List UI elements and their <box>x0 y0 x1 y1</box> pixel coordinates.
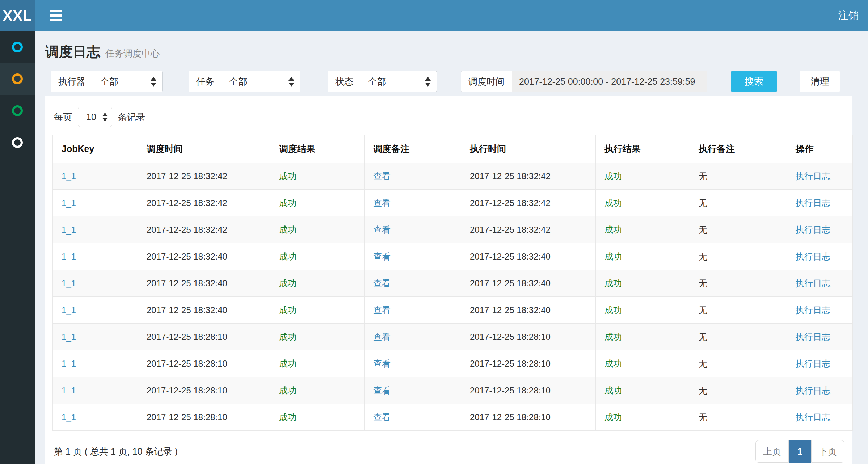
handle-time-cell-container: 2017-12-25 18:32:40 <box>461 243 596 270</box>
handle-msg-cell-container: 无 <box>690 270 787 297</box>
jobkey-link[interactable]: 1_1 <box>62 385 76 395</box>
circle-o-icon <box>12 105 23 116</box>
job-select[interactable]: 全部 <box>222 71 300 92</box>
select-spinner-icon <box>288 77 294 87</box>
jobkey-link[interactable]: 1_1 <box>62 171 76 181</box>
executor-filter-group: 执行器 全部 <box>51 71 163 92</box>
job-label: 任务 <box>189 71 222 92</box>
trigger-msg-view-link[interactable]: 查看 <box>373 412 391 422</box>
handle-time-cell-container: 2017-12-25 18:28:10 <box>461 350 596 377</box>
handle-result-cell: 成功 <box>604 305 622 315</box>
handle-time-cell: 2017-12-25 18:32:42 <box>470 198 551 208</box>
page-header: 调度日志 任务调度中心 <box>35 31 868 61</box>
trigger-msg-view-link-container: 查看 <box>365 297 461 324</box>
sidebar-item-3[interactable] <box>0 95 35 127</box>
jobkey-link[interactable]: 1_1 <box>62 412 76 422</box>
trigger-msg-view-link[interactable]: 查看 <box>373 278 391 288</box>
handle-time-cell: 2017-12-25 18:28:10 <box>470 359 551 368</box>
handle-time-cell-container: 2017-12-25 18:32:40 <box>461 297 596 324</box>
jobkey-link[interactable]: 1_1 <box>62 252 76 261</box>
trigger-msg-view-link[interactable]: 查看 <box>373 332 391 342</box>
app-logo[interactable]: XXL <box>0 0 35 31</box>
trigger-time-cell-container: 2017-12-25 18:28:10 <box>138 377 270 404</box>
trigger-result-cell-container: 成功 <box>270 404 365 431</box>
trigger-result-cell-container: 成功 <box>270 377 365 404</box>
jobkey-link-container: 1_1 <box>53 404 138 431</box>
next-page-button[interactable]: 下页 <box>811 440 844 463</box>
handle-time-cell: 2017-12-25 18:32:40 <box>470 278 551 288</box>
handle-result-cell-container: 成功 <box>596 377 690 404</box>
table-row: 1_12017-12-25 18:28:10成功查看2017-12-25 18:… <box>53 324 853 350</box>
trigger-msg-view-link[interactable]: 查看 <box>373 171 391 181</box>
execute-log-link[interactable]: 执行日志 <box>796 332 830 342</box>
execute-log-link[interactable]: 执行日志 <box>796 252 830 261</box>
jobkey-link[interactable]: 1_1 <box>62 278 76 288</box>
trigger-msg-view-link[interactable]: 查看 <box>373 198 391 208</box>
handle-result-cell: 成功 <box>604 225 622 235</box>
page-size-select[interactable]: 10 <box>78 107 112 127</box>
sidebar <box>0 31 35 464</box>
clear-button[interactable]: 清理 <box>800 71 840 92</box>
jobkey-link-container: 1_1 <box>53 350 138 377</box>
execute-log-link-container: 执行日志 <box>787 216 853 243</box>
execute-log-link[interactable]: 执行日志 <box>796 305 830 315</box>
jobkey-link[interactable]: 1_1 <box>62 332 76 342</box>
execute-log-link-container: 执行日志 <box>787 270 853 297</box>
execute-log-link[interactable]: 执行日志 <box>796 278 830 288</box>
execute-log-link[interactable]: 执行日志 <box>796 198 830 208</box>
trigger-time-cell-container: 2017-12-25 18:32:40 <box>138 297 270 324</box>
sidebar-item-1[interactable] <box>0 31 35 63</box>
trigger-result-cell: 成功 <box>279 252 296 261</box>
column-header: 操作 <box>787 135 853 163</box>
trigger-time-cell: 2017-12-25 18:28:10 <box>147 332 227 342</box>
trigger-result-cell: 成功 <box>279 305 296 315</box>
prev-page-button[interactable]: 上页 <box>755 440 789 463</box>
status-select[interactable]: 全部 <box>361 71 437 92</box>
trigger-result-cell-container: 成功 <box>270 216 365 243</box>
trigger-msg-view-link[interactable]: 查看 <box>373 385 391 395</box>
trigger-msg-view-link[interactable]: 查看 <box>373 359 391 368</box>
trigger-result-cell: 成功 <box>279 385 296 395</box>
page-size-prefix: 每页 <box>54 111 72 123</box>
log-table: JobKey调度时间调度结果调度备注执行时间执行结果执行备注操作 1_12017… <box>52 135 853 431</box>
trigger-msg-view-link[interactable]: 查看 <box>373 305 391 315</box>
handle-result-cell: 成功 <box>604 412 622 422</box>
logout-link[interactable]: 注销 <box>838 9 859 22</box>
execute-log-link[interactable]: 执行日志 <box>796 385 830 395</box>
executor-select[interactable]: 全部 <box>93 71 163 92</box>
select-spinner-icon <box>425 77 431 87</box>
execute-log-link[interactable]: 执行日志 <box>796 171 830 181</box>
execute-log-link-container: 执行日志 <box>787 163 853 190</box>
sidebar-item-4[interactable] <box>0 127 35 159</box>
handle-result-cell-container: 成功 <box>596 350 690 377</box>
execute-log-link[interactable]: 执行日志 <box>796 412 830 422</box>
current-page-button[interactable]: 1 <box>789 440 811 463</box>
jobkey-link[interactable]: 1_1 <box>62 225 76 235</box>
handle-result-cell-container: 成功 <box>596 270 690 297</box>
trigger-result-cell-container: 成功 <box>270 243 365 270</box>
trigger-msg-view-link[interactable]: 查看 <box>373 225 391 235</box>
sidebar-toggle-button[interactable] <box>45 5 67 26</box>
trigger-time-range-input[interactable]: 2017-12-25 00:00:00 - 2017-12-25 23:59:5… <box>512 71 707 92</box>
table-row: 1_12017-12-25 18:32:40成功查看2017-12-25 18:… <box>53 297 853 324</box>
search-button[interactable]: 搜索 <box>731 71 777 92</box>
trigger-msg-view-link-container: 查看 <box>365 404 461 431</box>
log-panel: 每页 10 条记录 JobKey调度时间调度结果调度备注执行时间执行结果执行备注… <box>45 96 852 464</box>
sidebar-item-2[interactable] <box>0 63 35 95</box>
handle-result-cell-container: 成功 <box>596 190 690 216</box>
jobkey-link[interactable]: 1_1 <box>62 359 76 368</box>
column-header: JobKey <box>53 135 138 163</box>
page-title: 调度日志 <box>45 43 100 61</box>
handle-time-cell-container: 2017-12-25 18:28:10 <box>461 324 596 350</box>
trigger-msg-view-link[interactable]: 查看 <box>373 252 391 261</box>
execute-log-link[interactable]: 执行日志 <box>796 225 830 235</box>
trigger-time-cell-container: 2017-12-25 18:28:10 <box>138 404 270 431</box>
trigger-time-cell-container: 2017-12-25 18:32:42 <box>138 163 270 190</box>
jobkey-link-container: 1_1 <box>53 216 138 243</box>
jobkey-link[interactable]: 1_1 <box>62 198 76 208</box>
jobkey-link[interactable]: 1_1 <box>62 305 76 315</box>
execute-log-link-container: 执行日志 <box>787 297 853 324</box>
execute-log-link[interactable]: 执行日志 <box>796 359 830 368</box>
table-row: 1_12017-12-25 18:32:42成功查看2017-12-25 18:… <box>53 216 853 243</box>
trigger-msg-view-link-container: 查看 <box>365 350 461 377</box>
